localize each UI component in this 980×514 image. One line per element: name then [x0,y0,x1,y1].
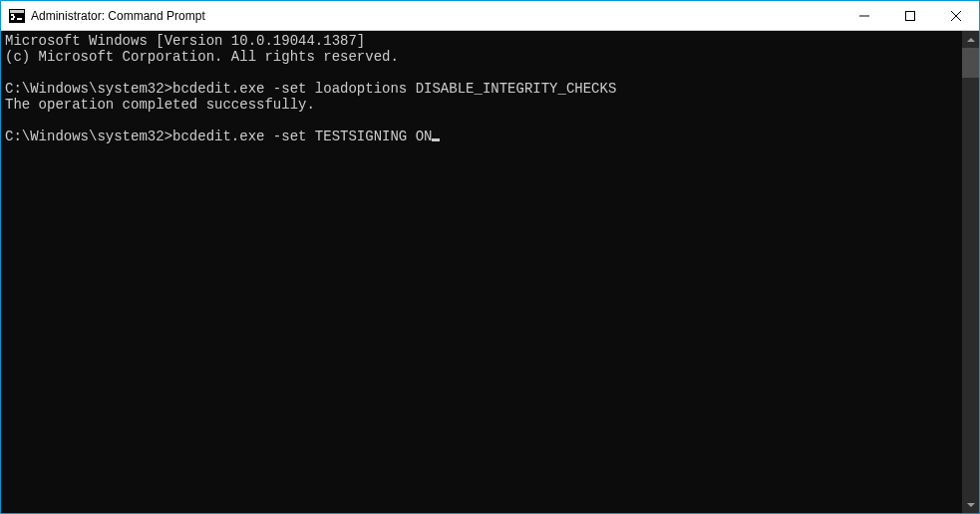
terminal-line: C:\Windows\system32>bcdedit.exe -set loa… [5,81,962,97]
svg-rect-6 [906,11,915,20]
terminal-line: (c) Microsoft Corporation. All rights re… [5,49,962,65]
scroll-up-button[interactable] [962,31,979,48]
terminal-line: The operation completed successfully. [5,97,962,113]
terminal-current-line[interactable]: C:\Windows\system32>bcdedit.exe -set TES… [5,128,962,144]
minimize-button[interactable] [841,1,887,31]
command-input[interactable]: bcdedit.exe -set TESTSIGNING ON [172,128,432,144]
close-button[interactable] [933,1,979,31]
client-area: Microsoft Windows [Version 10.0.19044.13… [1,31,979,513]
scroll-down-button[interactable] [962,496,979,513]
window-title: Administrator: Command Prompt [31,9,205,23]
vertical-scrollbar[interactable] [962,31,979,513]
svg-rect-4 [11,18,14,20]
terminal-line: Microsoft Windows [Version 10.0.19044.13… [5,33,962,49]
titlebar[interactable]: Administrator: Command Prompt [1,1,979,31]
text-cursor [432,138,440,141]
terminal-line [5,113,962,128]
svg-rect-2 [11,14,14,16]
app-icon [9,8,25,24]
prompt: C:\Windows\system32> [5,128,172,144]
svg-rect-1 [10,10,24,13]
svg-rect-3 [13,16,15,18]
scrollbar-thumb[interactable] [962,48,979,78]
terminal-output[interactable]: Microsoft Windows [Version 10.0.19044.13… [1,31,962,513]
maximize-button[interactable] [887,1,933,31]
svg-rect-5 [17,18,22,20]
scrollbar-track[interactable] [962,48,979,496]
terminal-line [5,65,962,81]
